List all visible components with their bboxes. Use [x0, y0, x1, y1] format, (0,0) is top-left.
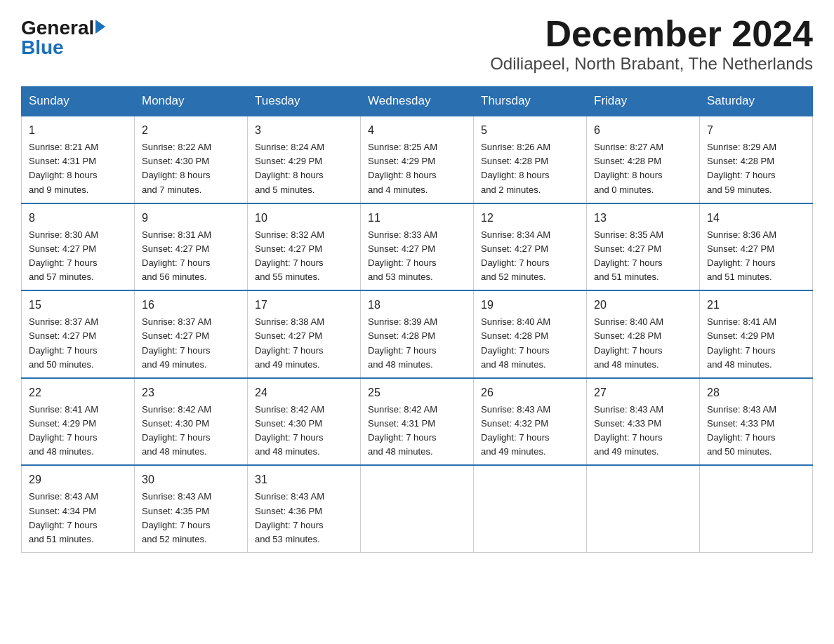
- calendar-cell: [361, 465, 474, 552]
- day-number: 12: [481, 210, 579, 227]
- day-info: Sunrise: 8:38 AM Sunset: 4:27 PM Dayligh…: [255, 315, 353, 372]
- calendar-cell: 21Sunrise: 8:41 AM Sunset: 4:29 PM Dayli…: [700, 290, 813, 378]
- day-number: 14: [707, 210, 805, 227]
- day-header-thursday: Thursday: [474, 87, 587, 116]
- day-info: Sunrise: 8:43 AM Sunset: 4:32 PM Dayligh…: [481, 403, 579, 459]
- calendar-cell: 31Sunrise: 8:43 AM Sunset: 4:36 PM Dayli…: [248, 465, 361, 552]
- calendar-week-5: 29Sunrise: 8:43 AM Sunset: 4:34 PM Dayli…: [22, 465, 813, 552]
- calendar-cell: 14Sunrise: 8:36 AM Sunset: 4:27 PM Dayli…: [700, 203, 813, 291]
- calendar-cell: 28Sunrise: 8:43 AM Sunset: 4:33 PM Dayli…: [700, 378, 813, 466]
- day-number: 7: [707, 122, 805, 139]
- day-info: Sunrise: 8:35 AM Sunset: 4:27 PM Dayligh…: [594, 228, 692, 285]
- calendar-cell: 5Sunrise: 8:26 AM Sunset: 4:28 PM Daylig…: [474, 116, 587, 203]
- day-info: Sunrise: 8:43 AM Sunset: 4:36 PM Dayligh…: [255, 490, 353, 546]
- calendar-cell: 2Sunrise: 8:22 AM Sunset: 4:30 PM Daylig…: [135, 116, 248, 203]
- day-info: Sunrise: 8:21 AM Sunset: 4:31 PM Dayligh…: [29, 140, 127, 197]
- day-number: 22: [29, 384, 127, 401]
- day-header-sunday: Sunday: [22, 87, 135, 116]
- day-info: Sunrise: 8:36 AM Sunset: 4:27 PM Dayligh…: [707, 228, 805, 285]
- day-info: Sunrise: 8:26 AM Sunset: 4:28 PM Dayligh…: [481, 140, 579, 197]
- logo-general: General: [21, 18, 94, 38]
- calendar-week-4: 22Sunrise: 8:41 AM Sunset: 4:29 PM Dayli…: [22, 378, 813, 466]
- day-number: 30: [142, 471, 240, 488]
- logo: General Blue: [21, 18, 105, 58]
- day-info: Sunrise: 8:42 AM Sunset: 4:31 PM Dayligh…: [368, 403, 466, 459]
- day-header-saturday: Saturday: [700, 87, 813, 116]
- day-info: Sunrise: 8:40 AM Sunset: 4:28 PM Dayligh…: [481, 315, 579, 372]
- calendar-subtitle: Odiliapeel, North Brabant, The Netherlan…: [490, 54, 813, 74]
- day-number: 1: [29, 122, 127, 139]
- calendar-week-3: 15Sunrise: 8:37 AM Sunset: 4:27 PM Dayli…: [22, 290, 813, 378]
- logo-blue: Blue: [21, 38, 64, 58]
- day-number: 9: [142, 210, 240, 227]
- calendar-title: December 2024: [490, 14, 813, 54]
- day-number: 27: [594, 384, 692, 401]
- calendar-week-2: 8Sunrise: 8:30 AM Sunset: 4:27 PM Daylig…: [22, 203, 813, 291]
- calendar-table: SundayMondayTuesdayWednesdayThursdayFrid…: [21, 86, 813, 553]
- day-info: Sunrise: 8:43 AM Sunset: 4:35 PM Dayligh…: [142, 490, 240, 546]
- calendar-cell: 18Sunrise: 8:39 AM Sunset: 4:28 PM Dayli…: [361, 290, 474, 378]
- calendar-cell: 16Sunrise: 8:37 AM Sunset: 4:27 PM Dayli…: [135, 290, 248, 378]
- calendar-cell: [700, 465, 813, 552]
- calendar-cell: 10Sunrise: 8:32 AM Sunset: 4:27 PM Dayli…: [248, 203, 361, 291]
- day-number: 20: [594, 297, 692, 314]
- day-info: Sunrise: 8:34 AM Sunset: 4:27 PM Dayligh…: [481, 228, 579, 285]
- title-block: December 2024 Odiliapeel, North Brabant,…: [490, 14, 813, 74]
- day-number: 25: [368, 384, 466, 401]
- calendar-cell: 12Sunrise: 8:34 AM Sunset: 4:27 PM Dayli…: [474, 203, 587, 291]
- day-info: Sunrise: 8:43 AM Sunset: 4:33 PM Dayligh…: [594, 403, 692, 459]
- day-info: Sunrise: 8:33 AM Sunset: 4:27 PM Dayligh…: [368, 228, 466, 285]
- day-info: Sunrise: 8:31 AM Sunset: 4:27 PM Dayligh…: [142, 228, 240, 285]
- calendar-cell: [587, 465, 700, 552]
- calendar-cell: 24Sunrise: 8:42 AM Sunset: 4:30 PM Dayli…: [248, 378, 361, 466]
- day-header-monday: Monday: [135, 87, 248, 116]
- day-info: Sunrise: 8:43 AM Sunset: 4:33 PM Dayligh…: [707, 403, 805, 459]
- day-number: 2: [142, 122, 240, 139]
- logo-arrow-icon: [95, 20, 105, 34]
- calendar-cell: 7Sunrise: 8:29 AM Sunset: 4:28 PM Daylig…: [700, 116, 813, 203]
- calendar-cell: 13Sunrise: 8:35 AM Sunset: 4:27 PM Dayli…: [587, 203, 700, 291]
- day-info: Sunrise: 8:40 AM Sunset: 4:28 PM Dayligh…: [594, 315, 692, 372]
- day-info: Sunrise: 8:37 AM Sunset: 4:27 PM Dayligh…: [29, 315, 127, 372]
- calendar-cell: 23Sunrise: 8:42 AM Sunset: 4:30 PM Dayli…: [135, 378, 248, 466]
- day-info: Sunrise: 8:25 AM Sunset: 4:29 PM Dayligh…: [368, 140, 466, 197]
- day-info: Sunrise: 8:32 AM Sunset: 4:27 PM Dayligh…: [255, 228, 353, 285]
- calendar-cell: 22Sunrise: 8:41 AM Sunset: 4:29 PM Dayli…: [22, 378, 135, 466]
- day-number: 4: [368, 122, 466, 139]
- day-number: 29: [29, 471, 127, 488]
- day-header-friday: Friday: [587, 87, 700, 116]
- day-number: 17: [255, 297, 353, 314]
- day-number: 3: [255, 122, 353, 139]
- calendar-cell: 19Sunrise: 8:40 AM Sunset: 4:28 PM Dayli…: [474, 290, 587, 378]
- day-info: Sunrise: 8:42 AM Sunset: 4:30 PM Dayligh…: [255, 403, 353, 459]
- day-number: 6: [594, 122, 692, 139]
- day-info: Sunrise: 8:37 AM Sunset: 4:27 PM Dayligh…: [142, 315, 240, 372]
- day-number: 26: [481, 384, 579, 401]
- day-info: Sunrise: 8:39 AM Sunset: 4:28 PM Dayligh…: [368, 315, 466, 372]
- day-info: Sunrise: 8:27 AM Sunset: 4:28 PM Dayligh…: [594, 140, 692, 197]
- calendar-cell: 26Sunrise: 8:43 AM Sunset: 4:32 PM Dayli…: [474, 378, 587, 466]
- page-header: General Blue December 2024 Odiliapeel, N…: [21, 14, 813, 74]
- day-header-tuesday: Tuesday: [248, 87, 361, 116]
- day-number: 31: [255, 471, 353, 488]
- day-number: 11: [368, 210, 466, 227]
- calendar-cell: 4Sunrise: 8:25 AM Sunset: 4:29 PM Daylig…: [361, 116, 474, 203]
- day-info: Sunrise: 8:29 AM Sunset: 4:28 PM Dayligh…: [707, 140, 805, 197]
- calendar-cell: 30Sunrise: 8:43 AM Sunset: 4:35 PM Dayli…: [135, 465, 248, 552]
- day-number: 24: [255, 384, 353, 401]
- calendar-cell: 20Sunrise: 8:40 AM Sunset: 4:28 PM Dayli…: [587, 290, 700, 378]
- day-number: 28: [707, 384, 805, 401]
- calendar-cell: 3Sunrise: 8:24 AM Sunset: 4:29 PM Daylig…: [248, 116, 361, 203]
- calendar-header-row: SundayMondayTuesdayWednesdayThursdayFrid…: [22, 87, 813, 116]
- day-number: 10: [255, 210, 353, 227]
- calendar-cell: 27Sunrise: 8:43 AM Sunset: 4:33 PM Dayli…: [587, 378, 700, 466]
- day-header-wednesday: Wednesday: [361, 87, 474, 116]
- day-info: Sunrise: 8:41 AM Sunset: 4:29 PM Dayligh…: [29, 403, 127, 459]
- day-number: 15: [29, 297, 127, 314]
- calendar-cell: 25Sunrise: 8:42 AM Sunset: 4:31 PM Dayli…: [361, 378, 474, 466]
- day-info: Sunrise: 8:22 AM Sunset: 4:30 PM Dayligh…: [142, 140, 240, 197]
- day-number: 16: [142, 297, 240, 314]
- day-number: 23: [142, 384, 240, 401]
- calendar-cell: 11Sunrise: 8:33 AM Sunset: 4:27 PM Dayli…: [361, 203, 474, 291]
- day-info: Sunrise: 8:41 AM Sunset: 4:29 PM Dayligh…: [707, 315, 805, 372]
